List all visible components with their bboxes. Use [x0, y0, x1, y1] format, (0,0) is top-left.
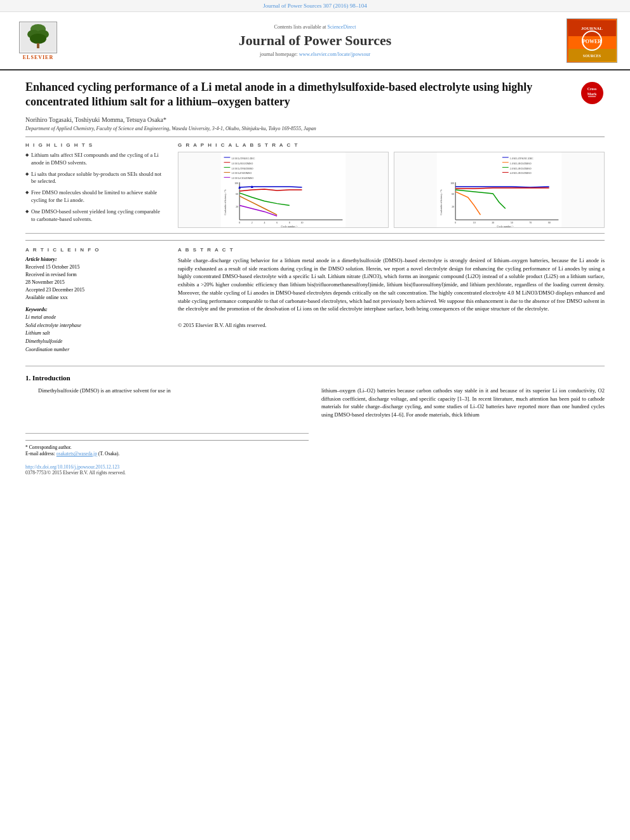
- abstract-section: A B S T R A C T Stable charge–discharge …: [178, 247, 605, 359]
- footnote-section: * Corresponding author. E-mail address: …: [25, 433, 309, 458]
- intro-right-text: lithium–oxygen (Li–O2) batteries because…: [321, 387, 605, 419]
- left-chart: 1.0 M LiTFSI/EC:DEC 1.0 M LiNO3/DMSO 1.0…: [178, 152, 389, 228]
- svg-text:0: 0: [239, 221, 240, 224]
- doi-line: http://dx.doi.org/10.1016/j.jpowsour.201…: [25, 464, 309, 470]
- svg-text:2: 2: [251, 221, 253, 224]
- keyword-item: Dimethylsulfoxide: [25, 338, 165, 346]
- svg-text:60: 60: [452, 192, 454, 196]
- svg-text:Cycle number / -: Cycle number / -: [281, 225, 298, 227]
- authors-text: Norihiro Togasaki, Toshiyuki Momma, Tets…: [25, 116, 166, 123]
- section-number: 1.: [25, 374, 30, 382]
- svg-text:1.0 M LiNO3/DMSO: 1.0 M LiNO3/DMSO: [231, 161, 253, 164]
- keywords-list: Li metal anode Solid electrolyte interph…: [25, 314, 165, 354]
- intro-left-text: Dimethylsulfoxide (DMSO) is an attractiv…: [25, 387, 309, 395]
- svg-text:10: 10: [301, 221, 304, 224]
- svg-text:4.0 M LiNO3/DMSO: 4.0 M LiNO3/DMSO: [510, 171, 532, 175]
- journal-header: ELSEVIER Contents lists available at Sci…: [0, 12, 630, 70]
- email-link[interactable]: osakatets@waseda.jp: [57, 451, 97, 457]
- graphical-abstract-charts: 1.0 M LiTFSI/EC:DEC 1.0 M LiNO3/DMSO 1.0…: [178, 152, 605, 228]
- highlights-list: Lithium salts affect SEI compounds and t…: [25, 152, 165, 223]
- section-name: Introduction: [32, 374, 70, 382]
- article-title-section: Enhanced cycling performance of a Li met…: [25, 80, 605, 110]
- svg-text:100: 100: [234, 182, 238, 185]
- elsevier-label: ELSEVIER: [23, 55, 53, 60]
- svg-text:JOURNAL: JOURNAL: [581, 26, 603, 31]
- journal-right-logo: POWER JOURNAL SOURCES: [566, 18, 617, 63]
- doi-link[interactable]: http://dx.doi.org/10.1016/j.jpowsour.201…: [25, 464, 119, 470]
- article-info-heading: A R T I C L E I N F O: [25, 247, 165, 253]
- introduction-section: 1. Introduction Dimethylsulfoxide (DMSO)…: [25, 366, 605, 476]
- svg-text:1.0 M LiNO3/DMSO: 1.0 M LiNO3/DMSO: [510, 161, 532, 164]
- keywords-label: Keywords:: [25, 307, 165, 312]
- abstract-heading: A B S T R A C T: [178, 247, 605, 253]
- email-person: (T. Osaka).: [98, 451, 119, 457]
- affiliation: Department of Applied Chemistry, Faculty…: [25, 126, 605, 137]
- left-chart-svg: 1.0 M LiTFSI/EC:DEC 1.0 M LiNO3/DMSO 1.0…: [178, 152, 388, 227]
- received-date: Received 15 October 2015: [25, 263, 165, 271]
- crossmark-badge: Cross Mark: [581, 82, 603, 104]
- email-label: E-mail address:: [25, 451, 55, 457]
- svg-text:SOURCES: SOURCES: [582, 54, 601, 58]
- svg-point-4: [30, 34, 46, 44]
- elsevier-logo: ELSEVIER: [13, 22, 64, 60]
- svg-rect-5: [37, 43, 39, 48]
- homepage-text: journal homepage:: [260, 51, 298, 57]
- sciencedirect-link: Contents lists available at ScienceDirec…: [64, 24, 566, 30]
- section-title: 1. Introduction: [25, 374, 605, 382]
- footnote-divider: [25, 440, 309, 441]
- intro-left-col: Dimethylsulfoxide (DMSO) is an attractiv…: [25, 387, 309, 476]
- svg-text:Cross: Cross: [587, 87, 597, 91]
- keyword-item: Coordination number: [25, 346, 165, 354]
- abstract-body: Stable charge–discharge cycling behavior…: [178, 257, 605, 312]
- svg-text:Coulombic efficiency / %: Coulombic efficiency / %: [439, 189, 443, 215]
- intro-right-col: lithium–oxygen (Li–O2) batteries because…: [321, 387, 605, 476]
- svg-text:90: 90: [548, 221, 551, 224]
- homepage-url[interactable]: www.elsevier.com/locate/jpowsour: [299, 51, 370, 57]
- article-title: Enhanced cycling performance of a Li met…: [25, 80, 573, 110]
- highlights-heading: H I G H L I G H T S: [25, 142, 165, 148]
- issn-line: 0378-7753/© 2015 Elsevier B.V. All right…: [25, 470, 309, 476]
- journal-homepage: journal homepage: www.elsevier.com/locat…: [64, 51, 566, 57]
- svg-text:6: 6: [276, 221, 278, 224]
- keyword-item: Lithium salt: [25, 330, 165, 338]
- svg-text:1.0 M LiTFSI/EC:DEC: 1.0 M LiTFSI/EC:DEC: [510, 157, 533, 160]
- bottom-bar: http://dx.doi.org/10.1016/j.jpowsour.201…: [25, 464, 309, 476]
- crossmark-logo: Cross Mark: [579, 80, 605, 105]
- sciencedirect-anchor[interactable]: ScienceDirect: [328, 24, 356, 30]
- abstract-text: Stable charge–discharge cycling behavior…: [178, 257, 605, 330]
- article-info-abstract-section: A R T I C L E I N F O Article history: R…: [25, 240, 605, 359]
- right-chart: 1.0 M LiTFSI/EC:DEC 1.0 M LiNO3/DMSO 2.0…: [394, 152, 605, 228]
- svg-text:8: 8: [289, 221, 290, 224]
- svg-text:Coulombic efficiency / %: Coulombic efficiency / %: [224, 189, 227, 215]
- authors: Norihiro Togasaki, Toshiyuki Momma, Tets…: [25, 116, 605, 123]
- list-item: Lithium salts affect SEI compounds and t…: [25, 152, 165, 167]
- svg-text:100: 100: [450, 182, 454, 185]
- email-line: E-mail address: osakatets@waseda.jp (T. …: [25, 451, 309, 458]
- svg-text:1.0 M LiFSI/DMSO: 1.0 M LiFSI/DMSO: [231, 171, 251, 175]
- svg-text:60: 60: [236, 192, 238, 196]
- intro-paragraph-left: Dimethylsulfoxide (DMSO) is an attractiv…: [25, 387, 309, 395]
- keyword-item: Li metal anode: [25, 314, 165, 322]
- svg-text:10: 10: [473, 221, 476, 224]
- abstract-copyright: © 2015 Elsevier B.V. All rights reserved…: [178, 322, 267, 328]
- article-history: Article history: Received 15 October 201…: [25, 257, 165, 302]
- svg-text:0: 0: [455, 221, 456, 224]
- affiliation-text: Department of Applied Chemistry, Faculty…: [25, 126, 316, 131]
- svg-text:1.0 M LiTFSI/DMSO: 1.0 M LiTFSI/DMSO: [231, 166, 253, 170]
- highlights-graphical-section: H I G H L I G H T S Lithium salts affect…: [25, 142, 605, 234]
- svg-text:Cycle number / -: Cycle number / -: [497, 225, 514, 227]
- list-item: Free DMSO molecules should be limited to…: [25, 189, 165, 204]
- online-date: Available online xxx: [25, 294, 165, 302]
- corresponding-text: * Corresponding author.: [25, 444, 72, 450]
- svg-text:50: 50: [511, 221, 513, 224]
- keywords-section: Keywords: Li metal anode Solid electroly…: [25, 307, 165, 354]
- journal-reference: Journal of Power Sources 307 (2016) 98–1…: [263, 3, 366, 9]
- journal-reference-bar: Journal of Power Sources 307 (2016) 98–1…: [0, 0, 630, 12]
- elsevier-tree-image: [19, 22, 57, 53]
- journal-title: Journal of Power Sources: [64, 32, 566, 49]
- article-body: Enhanced cycling performance of a Li met…: [0, 70, 630, 485]
- list-item: One DMSO-based solvent yielded long cycl…: [25, 208, 165, 223]
- svg-text:20: 20: [452, 204, 454, 208]
- keyword-item: Solid electrolyte interphase: [25, 322, 165, 330]
- svg-text:30: 30: [492, 221, 494, 224]
